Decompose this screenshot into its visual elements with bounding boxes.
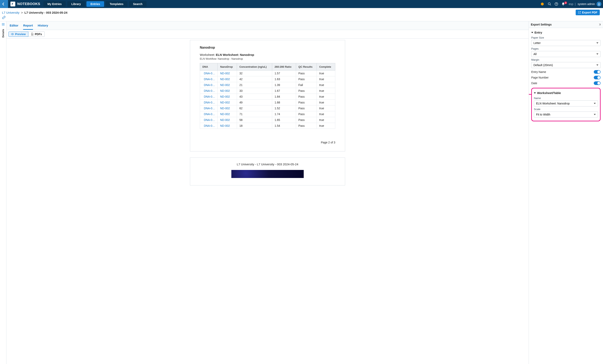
table-cell: 71 (237, 111, 272, 117)
dna-link[interactable]: DNA-0… (204, 95, 215, 98)
nav-search[interactable]: Search (129, 1, 147, 7)
dna-link[interactable]: DNA-0… (204, 89, 215, 92)
table-cell: Pass (296, 94, 317, 100)
table-cell: DNA-0… (200, 105, 218, 111)
back-button[interactable] (0, 0, 8, 8)
worksheet-name: ELN Worksheet: Nanodrop (216, 53, 254, 57)
nanodrop-link[interactable]: ND-002 (220, 118, 230, 122)
table-cell: ND-002 (218, 94, 237, 100)
search-icon[interactable] (548, 2, 551, 6)
rail-details-label[interactable]: Details (2, 29, 5, 38)
nanodrop-link[interactable]: ND-002 (220, 83, 230, 87)
breadcrumb-current: L7 University - 003 2024-05-24 (24, 11, 67, 14)
dna-link[interactable]: DNA-0… (204, 78, 215, 81)
table-cell: ND-002 (218, 70, 237, 76)
date-toggle[interactable] (594, 81, 601, 85)
nav-my-entries[interactable]: My Entries (43, 1, 66, 7)
section-worksheet-table[interactable]: Worksheet/Table (534, 91, 598, 95)
nanodrop-link[interactable]: ND-002 (220, 95, 230, 98)
table-cell: 1.68 (272, 100, 296, 105)
date-label: Date (531, 81, 537, 85)
page-number-toggle[interactable] (594, 76, 601, 79)
annotation-arrow-icon (529, 91, 532, 106)
table-cell: true (317, 94, 335, 100)
table-cell: 1.63 (272, 76, 296, 82)
table-cell: true (317, 123, 335, 129)
nav-templates[interactable]: Templates (106, 1, 128, 7)
scale-select[interactable]: Fit to Width (534, 112, 598, 117)
table-cell: Pass (296, 100, 317, 105)
table-cell: Fail (296, 82, 317, 88)
table-cell: true (317, 100, 335, 105)
nanodrop-link[interactable]: ND-002 (220, 101, 230, 104)
tab-history[interactable]: History (38, 23, 48, 30)
table-cell: 21 (237, 82, 272, 88)
table-cell: 1.84 (272, 94, 296, 100)
avatar[interactable] (597, 2, 601, 6)
nanodrop-link[interactable]: ND-002 (220, 124, 230, 127)
pdfs-button[interactable]: PDFs (28, 32, 45, 37)
margin-select[interactable]: Default (20mm) (531, 62, 601, 68)
table-cell: true (317, 105, 335, 111)
preview-button[interactable]: Preview (8, 32, 28, 37)
table-cell: true (317, 82, 335, 88)
table-cell: 42 (237, 76, 272, 82)
report-page: Nanodrop Worksheet: ELN Worksheet: Nanod… (190, 40, 345, 151)
notification-badge: 3 (564, 1, 567, 4)
nanodrop-link[interactable]: ND-002 (220, 107, 230, 110)
table-row: DNA-0…ND-002181.54Passtrue (200, 123, 335, 129)
table-cell: DNA-0… (200, 76, 218, 82)
nanodrop-link[interactable]: ND-002 (220, 113, 230, 116)
table-cell: DNA-0… (200, 123, 218, 129)
table-cell: 32 (237, 70, 272, 76)
dna-link[interactable]: DNA-0… (204, 72, 215, 75)
dna-link[interactable]: DNA-0… (204, 107, 215, 110)
table-cell: 1.57 (272, 70, 296, 76)
nanodrop-link[interactable]: ND-002 (220, 78, 230, 81)
collapse-panel-icon[interactable] (598, 23, 601, 26)
nanodrop-link[interactable]: ND-002 (220, 89, 230, 92)
paper-size-select[interactable]: Letter (531, 40, 601, 46)
dna-link[interactable]: DNA-0… (204, 83, 215, 87)
notifications-button[interactable]: 3 (560, 2, 567, 6)
section-entry[interactable]: Entry (531, 31, 601, 34)
data-table: DNANanoDropConcentration (ng/uL)260:280 … (200, 63, 335, 129)
table-cell: 33 (237, 88, 272, 94)
table-cell: Pass (296, 70, 317, 76)
table-header: Complete (317, 63, 335, 70)
worksheet-name-select[interactable]: ELN Worksheet: Nanodrop (534, 101, 598, 106)
table-cell: DNA-0… (200, 94, 218, 100)
app-icon (11, 2, 15, 6)
help-icon[interactable]: ? (555, 2, 558, 6)
dna-link[interactable]: DNA-0… (204, 124, 215, 127)
dna-link[interactable]: DNA-0… (204, 118, 215, 122)
app-title: NOTEBOOKS (17, 2, 40, 6)
menu-icon[interactable] (1, 23, 5, 26)
document-icon (31, 33, 34, 35)
table-cell: ND-002 (218, 117, 237, 123)
breadcrumb-root[interactable]: L7 University (2, 11, 20, 14)
dna-link[interactable]: DNA-0… (204, 101, 215, 104)
preview-viewport[interactable]: Nanodrop Worksheet: ELN Worksheet: Nanod… (6, 39, 529, 364)
dna-link[interactable]: DNA-0… (204, 113, 215, 116)
svg-text:?: ? (556, 3, 557, 5)
worksheet-subtitle: ELN Workflow: Nanodrop : Nanodrop (200, 57, 335, 60)
tab-report[interactable]: Report (23, 23, 33, 30)
table-cell: true (317, 111, 335, 117)
table-cell: DNA-0… (200, 70, 218, 76)
table-cell: DNA-0… (200, 100, 218, 105)
nav-entries[interactable]: Entries (86, 1, 104, 7)
nanodrop-link[interactable]: ND-002 (220, 72, 230, 75)
pages-select[interactable]: All (531, 51, 601, 57)
nav-library[interactable]: Library (67, 1, 85, 7)
table-cell: ND-002 (218, 111, 237, 117)
tab-editor[interactable]: Editor (10, 23, 18, 30)
entry-name-toggle[interactable] (594, 70, 601, 74)
table-cell: 1.39 (272, 82, 296, 88)
page-footer: Page 2 of 3 (200, 141, 335, 144)
link-icon[interactable] (2, 16, 6, 19)
table-cell: Pass (296, 105, 317, 111)
table-cell: ND-002 (218, 100, 237, 105)
report-page: L7 University - L7 University - 003 2024… (190, 158, 345, 185)
export-pdf-button[interactable]: Export PDF (576, 10, 600, 15)
